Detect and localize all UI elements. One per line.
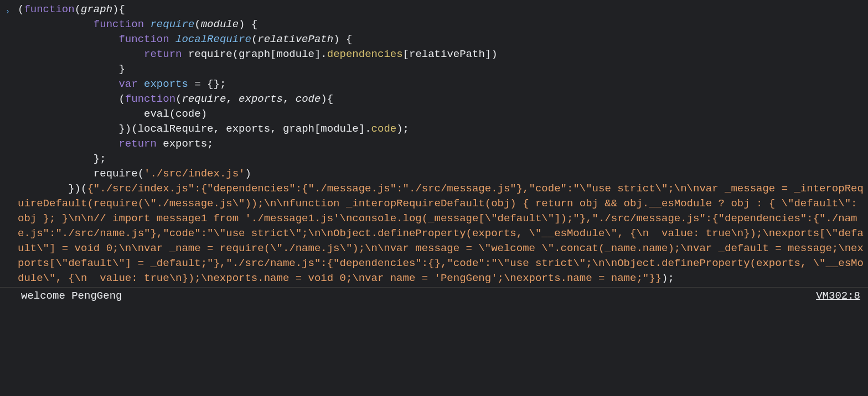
console-log-row: · welcome PengGeng VM302:8: [0, 287, 868, 307]
console-input-row[interactable]: › (function(graph){ function require(mod…: [0, 1, 868, 287]
console-input-code: (function(graph){ function require(modul…: [16, 2, 868, 286]
log-gutter: ·: [0, 289, 16, 306]
console-log-message: welcome PengGeng: [16, 289, 816, 304]
source-link[interactable]: VM302:8: [816, 289, 868, 304]
devtools-console: › (function(graph){ function require(mod…: [0, 0, 868, 307]
input-prompt-icon: ›: [0, 2, 16, 19]
